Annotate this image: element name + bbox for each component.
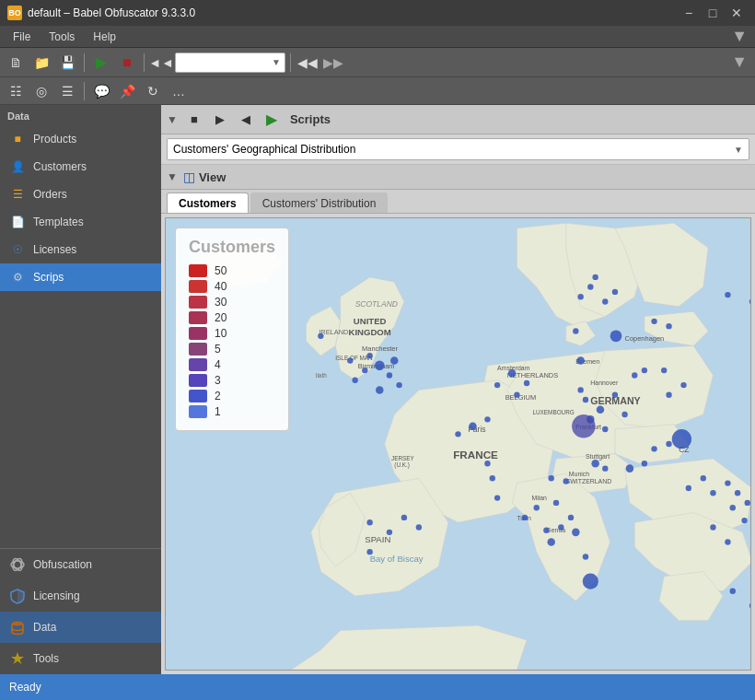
menu-arrow[interactable]: ▼ [727, 27, 751, 46]
svg-point-83 [583, 574, 598, 589]
script-btn-2[interactable]: ▶ [209, 109, 231, 131]
svg-point-42 [390, 356, 399, 365]
refresh-button[interactable]: ↻ [141, 80, 165, 102]
close-button[interactable]: ✕ [726, 4, 748, 22]
svg-point-89 [494, 495, 500, 500]
svg-point-57 [612, 392, 618, 398]
svg-point-111 [710, 490, 715, 496]
view-collapse-arrow[interactable]: ▼ [167, 170, 178, 183]
sidebar-item-data[interactable]: Data [0, 612, 161, 643]
view-dropdown[interactable]: Customers' Geographical Distribution ▼ [167, 138, 749, 160]
svg-point-53 [455, 431, 460, 437]
svg-point-63 [576, 356, 585, 365]
sidebar-label-orders: Orders [33, 188, 67, 201]
svg-point-56 [597, 405, 605, 414]
svg-point-84 [534, 505, 540, 510]
licensing-icon [9, 588, 26, 604]
sidebar-item-tools[interactable]: Tools [0, 643, 161, 674]
sidebar-item-orders[interactable]: ☰ Orders [0, 181, 161, 208]
svg-point-67 [680, 382, 686, 388]
minimize-button[interactable]: − [678, 4, 700, 22]
sidebar-item-templates[interactable]: 📄 Templates [0, 208, 161, 236]
sidebar-item-licensing[interactable]: Licensing [0, 580, 161, 612]
svg-point-47 [318, 333, 323, 339]
content-area: ▼ ■ ▶ ◀ ▶ Scripts Customers' Geographica… [161, 105, 755, 674]
svg-point-148 [672, 429, 691, 449]
svg-point-87 [484, 461, 490, 466]
svg-text:Manchester: Manchester [362, 344, 398, 353]
run-dropdown[interactable]: ▼ [175, 52, 285, 73]
legend-item-0: 50 [189, 264, 275, 277]
sidebar-item-licenses[interactable]: ☉ Licenses [0, 236, 161, 263]
svg-point-71 [651, 446, 656, 451]
legend-item-7: 3 [189, 374, 275, 387]
nav-back[interactable]: ◀◀ [296, 52, 319, 74]
grid-button[interactable]: ☷ [4, 80, 28, 102]
svg-point-110 [686, 485, 691, 491]
sidebar-section-data: Data [0, 105, 161, 125]
stop-button[interactable]: ■ [115, 52, 139, 74]
menu-file[interactable]: File [4, 29, 40, 45]
svg-point-101 [651, 319, 656, 324]
sidebar-item-scrips[interactable]: ⚙ Scrips [0, 263, 161, 291]
licenses-icon: ☉ [9, 241, 26, 258]
svg-point-48 [508, 369, 517, 378]
toolbar-arrow[interactable]: ▼ [727, 52, 751, 72]
window-controls[interactable]: − □ ✕ [678, 4, 748, 22]
new-button[interactable]: 🗎 [4, 52, 28, 74]
scripts-header: ▼ ■ ▶ ◀ ▶ Scripts [161, 105, 755, 134]
separator-4 [84, 82, 85, 100]
pin-button[interactable]: 📌 [115, 80, 139, 102]
sidebar-label-templates: Templates [33, 216, 84, 228]
target-button[interactable]: ◎ [29, 80, 53, 102]
comment-button[interactable]: 💬 [89, 80, 113, 102]
svg-point-92 [401, 515, 407, 520]
sidebar-item-obfuscation[interactable]: Obfuscation [0, 549, 161, 580]
nav-fwd[interactable]: ▶▶ [321, 52, 345, 74]
legend-label-2: 30 [215, 296, 226, 309]
script-run-button[interactable]: ▶ [261, 109, 283, 131]
svg-point-61 [577, 387, 583, 392]
svg-point-113 [735, 490, 740, 496]
back-button[interactable]: ◄◄ [149, 52, 173, 74]
collapse-arrow[interactable]: ▼ [167, 113, 178, 126]
open-button[interactable]: 📁 [29, 52, 53, 74]
separator-2 [144, 53, 145, 72]
svg-point-69 [626, 464, 634, 472]
sidebar-item-customers[interactable]: 👤 Customers [0, 153, 161, 181]
orders-icon: ☰ [9, 186, 26, 203]
svg-point-109 [701, 475, 706, 481]
svg-point-94 [366, 549, 372, 554]
script-btn-1[interactable]: ■ [183, 109, 205, 131]
svg-point-103 [610, 330, 622, 342]
svg-point-99 [592, 274, 598, 280]
layout-button[interactable]: ☰ [55, 80, 79, 102]
legend-item-6: 4 [189, 358, 275, 371]
svg-point-41 [366, 353, 372, 358]
svg-point-43 [352, 378, 357, 383]
menu-help[interactable]: Help [84, 29, 125, 45]
run-button[interactable]: ▶ [89, 52, 113, 74]
svg-point-68 [666, 392, 671, 398]
sidebar-label-data: Data [33, 621, 56, 634]
tools-icon [9, 650, 26, 667]
scrips-icon: ⚙ [9, 269, 26, 286]
tab-distribution[interactable]: Customers' Distribution [250, 192, 389, 213]
tab-customers[interactable]: Customers [167, 192, 249, 213]
legend-color-8 [189, 390, 207, 402]
toolbar-2: ☷ ◎ ☰ 💬 📌 ↻ … [0, 77, 755, 105]
scripts-title: Scripts [290, 112, 331, 126]
maximize-button[interactable]: □ [702, 4, 724, 22]
customers-icon: 👤 [9, 158, 26, 175]
more-button[interactable]: … [167, 80, 191, 102]
sidebar-item-products[interactable]: ■ Products [0, 125, 161, 153]
app-icon: BO [7, 6, 22, 20]
sidebar-label-scrips: Scrips [33, 271, 64, 284]
map-container[interactable]: Customers 50 40 30 20 [165, 217, 751, 671]
script-btn-3[interactable]: ◀ [235, 109, 257, 131]
svg-point-98 [612, 289, 618, 295]
svg-point-95 [577, 294, 583, 299]
save-button[interactable]: 💾 [55, 52, 79, 74]
menu-tools[interactable]: Tools [40, 29, 84, 45]
svg-text:Munich: Munich [569, 471, 589, 477]
